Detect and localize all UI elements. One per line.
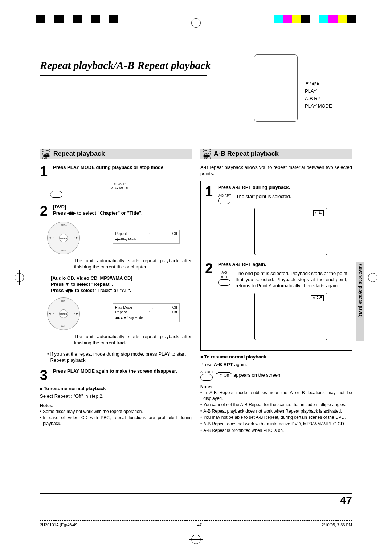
side-tab: Advanced playback (DVD) xyxy=(356,262,364,341)
ab-steps-box: 1 Press A-B RPT during playback. A-B RPT… xyxy=(200,181,352,351)
tv-screen-2: A-B xyxy=(254,293,327,340)
section-title: Repeat playback xyxy=(53,150,105,158)
nav-pad-icon-2: ENTER SET + SET - ◀ CH CH ▶ xyxy=(47,297,80,330)
note-r5: A-B Repeat does not work with an interac… xyxy=(203,421,345,427)
step-num-3: 3 xyxy=(40,368,50,382)
btn-cap-playmode: PLAY MODE xyxy=(48,186,192,191)
ab-step2-text: The end point is selected. Playback star… xyxy=(236,271,347,289)
side-tab-text: Advanced playback (DVD) xyxy=(357,264,363,318)
tip-1: If you set the repeat mode during stop m… xyxy=(50,351,192,364)
osd1-k: Repeat xyxy=(115,231,127,236)
step-1: 1 Press PLAY MODE during playback or sto… xyxy=(40,165,192,178)
crosshair-right xyxy=(368,273,377,282)
disc-dvd: DVD xyxy=(42,149,50,152)
tv1-corner: A- xyxy=(313,210,324,216)
tv2-corner: A-B xyxy=(311,295,324,301)
crosshair-top xyxy=(191,18,201,28)
resume-head-right: To resume normal playback xyxy=(200,354,352,360)
note-r2: You cannot set the A-B Repeat for the sc… xyxy=(203,402,346,408)
col-ab-repeat: DVD VCD CD A-B Repeat playback A-B repea… xyxy=(200,149,352,434)
footer: 2H20101A (E)p46-49 47 2/10/05, 7:33 PM xyxy=(40,520,352,527)
ab-intro: A-B repeat playback allows you to repeat… xyxy=(200,165,352,177)
step-num-1: 1 xyxy=(40,165,50,178)
remote-label-abrpt: A-B RPT xyxy=(305,95,352,103)
step2-cd-instr1: Press ▼ to select "Repeat". xyxy=(51,281,192,288)
tv-screen-1: A- xyxy=(254,208,327,255)
step-num-2: 2 xyxy=(40,204,50,218)
resume-body-left: Select Repeat : "Off" in step 2. xyxy=(40,393,192,400)
ab-step-num-2: 2 xyxy=(205,262,215,340)
crosshair-left xyxy=(15,273,24,282)
off-indicator: Off xyxy=(218,372,230,378)
disc-icons: DVD VCD CD xyxy=(42,149,50,159)
notes-head-left: Notes: xyxy=(40,403,192,409)
page-num-underline xyxy=(40,493,352,494)
step3-text: Press PLAY MODE again to make the screen… xyxy=(53,368,192,374)
footer-left: 2H20101A (E)p46-49 xyxy=(40,522,77,527)
ab-step-2: 2 Press A-B RPT again. A-B RPT The end p… xyxy=(205,262,347,340)
section-bar-repeat: DVD VCD CD Repeat playback xyxy=(40,149,192,159)
off-line: A-B RPT "Off" appears on the screen. xyxy=(200,370,352,381)
note-r6: A-B Repeat is prohibited when PBC is on. xyxy=(203,428,284,434)
ab-step1-head: Press A-B RPT during playback. xyxy=(218,185,347,191)
step1-text: Press PLAY MODE during playback or stop … xyxy=(53,165,192,171)
osd2-hint: ◀▶▲▼/Play Mode xyxy=(115,316,177,320)
remote-button-icon xyxy=(50,191,62,198)
step-3: 3 Press PLAY MODE again to make the scre… xyxy=(40,368,192,382)
remote-label-arrows xyxy=(305,80,352,88)
crosshair-bottom xyxy=(191,535,201,544)
reg-bar-bw xyxy=(36,15,118,23)
nav-enter: ENTER xyxy=(59,234,68,242)
note-l2: In case of Video CD with PBC, repeat fun… xyxy=(43,415,192,426)
para-1: The unit automatically starts repeat pla… xyxy=(74,258,192,270)
step2-dvd-label: [DVD] xyxy=(53,204,192,210)
disc-vcd: VCD xyxy=(42,153,50,156)
resume-head-left: To resume normal playback xyxy=(40,386,192,392)
page-title: Repeat playback/A-B Repeat playback xyxy=(40,58,352,72)
ab-step2-head: Press A-B RPT again. xyxy=(218,262,347,268)
notes-list-left: Some discs may not work with the repeat … xyxy=(40,409,192,427)
remote-labels: PLAY A-B RPT PLAY MODE xyxy=(305,80,352,110)
notes-head-right: Notes: xyxy=(200,384,352,390)
section-bar-ab: DVD VCD CD A-B Repeat playback xyxy=(200,149,352,159)
reg-bar-color xyxy=(274,15,356,23)
footer-center: 47 xyxy=(197,522,202,527)
footer-right: 2/10/05, 7:33 PM xyxy=(322,522,352,527)
step-2: 2 [DVD] Press ◀/▶ to select "Chapter" or… xyxy=(40,204,192,218)
page-number: 47 xyxy=(340,493,352,507)
note-r1: In A-B Repeat mode, subtitles near the A… xyxy=(203,390,352,401)
osd1-v: Off xyxy=(172,231,177,236)
note-l1: Some discs may not work with the repeat … xyxy=(43,409,143,415)
osd1-hint: ◀▶/Play Mode xyxy=(115,238,177,242)
step2-dvd-instr: Press ◀/▶ to select "Chapter" or "Title"… xyxy=(53,210,192,216)
ab-btn1-icon xyxy=(218,198,230,204)
para-2: The unit automatically starts repeat pla… xyxy=(74,334,192,346)
remote-label-playmode: PLAY MODE xyxy=(305,102,352,110)
remote-illustration xyxy=(254,54,298,122)
ab-btn2-icon xyxy=(218,279,230,286)
osd-box-2: Play Mode:Off Repeat:Off ◀▶▲▼/Play Mode xyxy=(113,303,180,322)
ab-step1-text: The start point is selected. xyxy=(236,194,291,200)
ab-step-num-1: 1 xyxy=(205,185,215,255)
page-content: Repeat playback/A-B Repeat playback PLAY… xyxy=(40,58,352,511)
ab-btn3-icon xyxy=(200,374,213,381)
step2-cd-label: [Audio CD, Video CD, MP3/WMA CD] xyxy=(51,275,192,281)
osd-box-1: Repeat:Off ◀▶/Play Mode xyxy=(113,230,180,244)
step2-cd-instr2: Press ◀/▶ to select "Track" or "All". xyxy=(51,288,192,294)
disc-icons-r: DVD VCD CD xyxy=(203,149,211,159)
note-r3: A-B Repeat playback does not work when R… xyxy=(203,409,342,414)
ab-btn1-cap: A-B RPT xyxy=(218,194,231,198)
ab-btn2-cap: A-B RPT xyxy=(218,271,230,279)
ab-step-1: 1 Press A-B RPT during playback. A-B RPT… xyxy=(205,185,347,255)
col-repeat: DVD VCD CD Repeat playback 1 Press PLAY … xyxy=(40,149,192,434)
disc-cd: CD xyxy=(42,156,50,159)
btn-cap-spslp: SP/SLP xyxy=(48,182,192,186)
resume-body-right: Press A-B RPT again. xyxy=(200,362,352,368)
nav-pad-icon: ENTER SET + SET - ◀ CH CH ▶ xyxy=(47,222,80,254)
note-r4: You may not be able to set A-B Repeat, d… xyxy=(203,415,346,421)
title-underline xyxy=(40,75,207,76)
ab-btn3-cap: A-B RPT xyxy=(200,370,213,374)
notes-list-right: In A-B Repeat mode, subtitles near the A… xyxy=(200,390,352,433)
remote-label-play: PLAY xyxy=(305,88,352,95)
section-title-r: A-B Repeat playback xyxy=(214,150,279,158)
